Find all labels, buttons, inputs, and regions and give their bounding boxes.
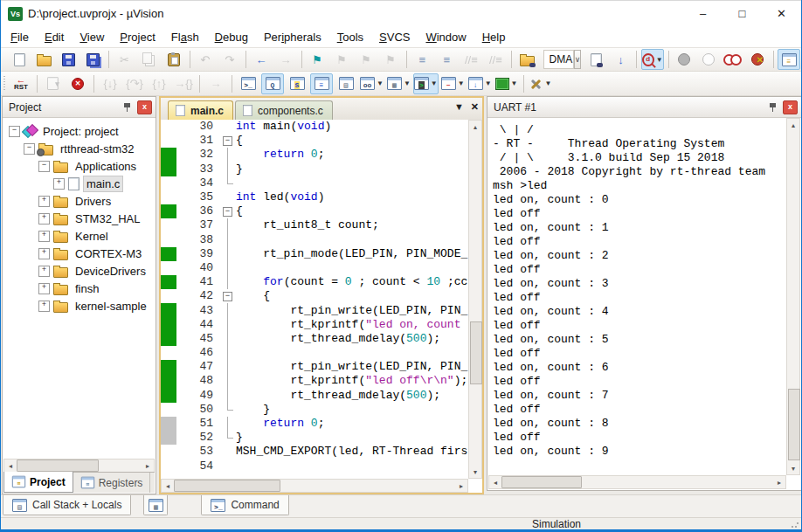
enable-disable-breakpoint-button[interactable] — [697, 49, 720, 70]
insert-bookmark-button[interactable]: ⚑ — [306, 49, 328, 70]
scroll-left-arrow[interactable]: ◂ — [162, 480, 174, 492]
project-panel-close-icon[interactable]: x — [137, 100, 152, 114]
project-horizontal-scrollbar[interactable]: ◂ ▸ — [3, 459, 155, 473]
tree-item-applications[interactable]: −Applications — [3, 157, 155, 175]
command-window-button[interactable]: >_ — [237, 73, 259, 94]
watch-window-button[interactable]: oo▼ — [359, 73, 384, 94]
tree-item-project-project[interactable]: −Project: project — [3, 122, 155, 140]
expand-icon[interactable]: + — [38, 248, 50, 259]
tree-item-stm32-hal[interactable]: +STM32_HAL — [3, 210, 155, 227]
run-button[interactable]: ▾ — [42, 73, 65, 94]
find-in-files-button[interactable] — [516, 49, 539, 70]
code-area[interactable]: 30int main(void)31−{32 return 0;33}3435i… — [161, 120, 482, 479]
unindent-button[interactable]: ≡ — [435, 49, 458, 70]
close-button[interactable]: ✕ — [762, 1, 801, 26]
serial-window-button[interactable]: >▼ — [413, 73, 439, 94]
toolbar-grip[interactable] — [3, 76, 5, 92]
disable-all-breakpoints-button[interactable]: ✕ — [746, 49, 769, 70]
expand-icon[interactable]: + — [38, 266, 50, 277]
editor-close-icon[interactable]: ✕ — [471, 101, 479, 113]
tree-item-devicedrivers[interactable]: +DeviceDrivers — [3, 262, 155, 280]
tree-item-drivers[interactable]: +Drivers — [3, 192, 155, 210]
pin-icon[interactable] — [768, 102, 778, 113]
resize-grip[interactable] — [791, 520, 799, 529]
logic-analyzer-button[interactable]: ~▼ — [440, 73, 466, 94]
search-input[interactable]: DMA — [543, 50, 574, 69]
scroll-left-arrow[interactable]: ◂ — [4, 459, 17, 472]
scroll-right-arrow[interactable]: ▸ — [142, 459, 154, 472]
scroll-thumb[interactable] — [470, 321, 482, 384]
step-button[interactable]: {↓} — [99, 73, 121, 94]
expand-icon[interactable]: + — [38, 213, 50, 225]
memory-window-button[interactable]: ▦▼ — [386, 73, 411, 94]
panel-tab-registers[interactable]: ≡Registers — [73, 473, 151, 493]
reset-cpu-button[interactable]: ←RST — [10, 73, 32, 94]
editor-vertical-scrollbar[interactable]: ▴ ▾ — [468, 120, 482, 479]
scroll-right-arrow[interactable]: ▸ — [455, 480, 467, 492]
scroll-up-arrow[interactable]: ▴ — [469, 121, 481, 133]
incremental-find-button[interactable]: ↓ — [609, 49, 632, 70]
tree-item-main-c[interactable]: +main.c — [3, 175, 155, 192]
dropdown-caret-icon[interactable]: ▼ — [458, 79, 465, 87]
scroll-right-arrow[interactable]: ▸ — [773, 476, 785, 488]
navigate-forward-button[interactable]: → — [274, 49, 297, 70]
scroll-thumb[interactable] — [501, 476, 582, 488]
save-button[interactable] — [57, 49, 80, 70]
new-file-button[interactable] — [8, 49, 31, 70]
comment-button[interactable]: //≡ — [460, 49, 482, 70]
menu-view[interactable]: View — [72, 28, 112, 46]
expand-icon[interactable]: + — [38, 301, 50, 312]
dropdown-caret-icon[interactable]: ▼ — [377, 79, 384, 87]
scroll-down-arrow[interactable]: ▾ — [469, 466, 481, 478]
menu-peripherals[interactable]: Peripherals — [256, 28, 329, 46]
scroll-up-arrow[interactable]: ▴ — [787, 119, 799, 131]
scroll-thumb[interactable] — [174, 480, 280, 492]
registers-window-button[interactable]: ≡ — [310, 73, 333, 94]
expand-icon[interactable]: + — [38, 196, 50, 207]
collapse-icon[interactable]: − — [9, 126, 20, 137]
call-stack-window-button[interactable]: ▤ — [335, 73, 357, 94]
editor-horizontal-scrollbar[interactable]: ◂ ▸ — [161, 479, 468, 493]
menu-project[interactable]: Project — [112, 28, 162, 46]
cut-button[interactable]: ✂ — [114, 49, 136, 70]
undo-button[interactable]: ↶ — [194, 49, 217, 70]
scroll-left-arrow[interactable]: ◂ — [489, 476, 501, 488]
expand-icon[interactable]: + — [38, 231, 50, 242]
tree-item-kernel[interactable]: +Kernel — [3, 227, 155, 245]
step-over-button[interactable]: {↷} — [123, 73, 146, 94]
navigate-back-button[interactable]: ← — [250, 49, 273, 70]
copy-button[interactable] — [138, 49, 161, 70]
configure-tools-button[interactable]: ▼ — [529, 73, 553, 94]
minimize-button[interactable]: – — [683, 1, 722, 26]
clear-bookmarks-button[interactable]: ⚑ — [379, 49, 402, 70]
collapse-icon[interactable]: − — [38, 161, 50, 172]
fold-collapse-icon[interactable]: − — [221, 134, 236, 148]
dropdown-caret-icon[interactable]: ▼ — [485, 79, 492, 87]
editor-tab-main-c[interactable]: main.c — [168, 100, 233, 120]
menu-svcs[interactable]: SVCS — [371, 28, 418, 46]
panel-tab-project[interactable]: ≡Project — [3, 472, 73, 493]
save-all-button[interactable] — [81, 49, 104, 70]
fold-collapse-icon[interactable]: − — [221, 204, 236, 218]
memory-tab-button[interactable]: ▦ — [143, 495, 168, 515]
command-tab[interactable]: >_ Command — [201, 495, 288, 515]
uart-output[interactable]: \ | /- RT - Thread Operating System / | … — [488, 118, 786, 475]
search-dropdown-button[interactable]: ∨ — [574, 50, 582, 69]
tree-item-finsh[interactable]: +finsh — [3, 280, 155, 297]
redo-button[interactable]: ↷ — [218, 49, 241, 70]
dropdown-caret-icon[interactable]: ▼ — [656, 56, 663, 64]
scroll-thumb[interactable] — [17, 459, 99, 472]
dropdown-caret-icon[interactable]: ▼ — [545, 79, 552, 87]
toolbox-button[interactable]: ▼ — [494, 73, 519, 94]
paste-button[interactable] — [162, 49, 185, 70]
show-next-statement-button[interactable]: → — [204, 73, 227, 94]
dropdown-caret-icon[interactable]: ▼ — [511, 79, 518, 87]
uart-panel-close-icon[interactable]: x — [783, 100, 798, 114]
previous-bookmark-button[interactable]: ⚑ — [330, 49, 353, 70]
kill-all-breakpoints-button[interactable] — [722, 49, 744, 70]
menu-edit[interactable]: Edit — [37, 28, 72, 46]
window-list-icon[interactable]: ▼ — [454, 101, 464, 113]
dropdown-caret-icon[interactable]: ▼ — [404, 79, 411, 87]
dropdown-caret-icon[interactable]: ▼ — [431, 79, 438, 87]
menu-debug[interactable]: Debug — [207, 28, 256, 46]
